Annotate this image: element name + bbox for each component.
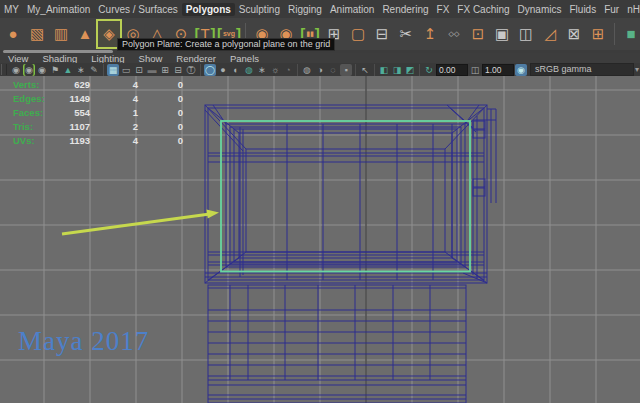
menu-item-nhair[interactable]: nHair [623, 3, 640, 16]
grease-pencil-icon[interactable]: ✎ [88, 64, 100, 76]
exposure-field[interactable]: 0.00 [436, 64, 468, 76]
viewport-panel[interactable]: Verts:62940Edges:114940Faces:55410Tris:1… [0, 76, 640, 403]
exposure-icon[interactable]: ◍ [301, 64, 313, 76]
maya-watermark: Maya 2017 [18, 326, 149, 357]
hud-value: 4 [100, 93, 138, 104]
field-chart-icon[interactable]: ⊞ [159, 64, 171, 76]
background-toggle-icon[interactable]: ▪ [340, 64, 352, 76]
menu-item-polygons[interactable]: Polygons [182, 3, 235, 16]
target-weld-icon-glyph: ▣ [495, 21, 509, 47]
poly-sphere-icon[interactable]: ● [2, 21, 24, 47]
bridge-icon[interactable]: ◫ [515, 21, 537, 47]
shadows-icon[interactable]: ◔ [282, 64, 294, 76]
resolution-gate-icon[interactable]: ⊡ [133, 64, 145, 76]
shelf-scrollbar[interactable] [3, 50, 113, 53]
hud-value: 554 [38, 107, 90, 118]
menu-item-dynamics[interactable]: Dynamics [514, 3, 566, 16]
extrude-icon[interactable]: ↥ [419, 21, 441, 47]
isolate-select-icon[interactable]: ↖ [359, 64, 371, 76]
menu-item-my-animation[interactable]: My_Animation [23, 3, 94, 16]
gamma-ring-icon[interactable]: ◌ [327, 64, 339, 76]
hud-value: 2 [100, 121, 138, 132]
select-camera-icon[interactable]: ◉ [10, 64, 22, 76]
poly-plane-icon-glyph: ◈ [103, 21, 115, 47]
menu-item-rendering[interactable]: Rendering [378, 3, 432, 16]
split-icon[interactable]: ◿ [539, 21, 561, 47]
shelf-divider [614, 23, 615, 45]
quad-draw-icon[interactable]: ◇◇ [443, 21, 465, 47]
panel-menu-panels[interactable]: Panels [230, 53, 259, 64]
lighting-icon[interactable]: ☼ [269, 64, 281, 76]
hud-value: 0 [145, 79, 183, 90]
lock-camera-icon[interactable]: ◉ [36, 64, 48, 76]
menu-item-curves-surfaces[interactable]: Curves / Surfaces [94, 3, 181, 16]
pane-layout-four-icon[interactable]: ◩ [404, 64, 416, 76]
menu-item-my[interactable]: MY [0, 3, 23, 16]
contrast-icon[interactable]: ◑ [314, 64, 326, 76]
panel-menu-lighting[interactable]: Lighting [91, 53, 124, 64]
tooltip: Polygon Plane: Create a polygonal plane … [117, 38, 335, 51]
hud-row-faces: Faces:55410 [0, 107, 200, 121]
poly-cone-icon[interactable]: ▲ [74, 21, 96, 47]
poly-cube-icon[interactable]: ▧ [26, 21, 48, 47]
hud-value: 4 [100, 79, 138, 90]
panel-menu-shading[interactable]: Shading [42, 53, 77, 64]
dropdown-arrow-icon[interactable]: ▾ [635, 65, 640, 74]
panel-menu-view[interactable]: View [8, 53, 28, 64]
fill-hole-icon[interactable]: ⊟ [371, 21, 393, 47]
shaded-mode-icon[interactable]: ● [217, 64, 229, 76]
hud-label: UVs: [13, 135, 35, 146]
toolbar-separator [419, 64, 420, 76]
hud-row-tris: Tris:110720 [0, 121, 200, 135]
textured-mode-icon[interactable]: ◐ [230, 64, 242, 76]
grid-icon[interactable]: ▦ [107, 64, 119, 76]
safe-action-icon[interactable]: ⊟ [172, 64, 184, 76]
panel-menu-show[interactable]: Show [139, 53, 163, 64]
menu-item-animation[interactable]: Animation [326, 3, 378, 16]
panel-menu-renderer[interactable]: Renderer [176, 53, 216, 64]
uv-editor-icon[interactable]: ■ [620, 21, 640, 47]
toolbar-separator [374, 64, 375, 76]
pane-layout-two-icon[interactable]: ◨ [391, 64, 403, 76]
panel-menu-bar: ViewShadingLightingShowRendererPanels [0, 53, 640, 63]
default-material-icon[interactable]: ◍ [243, 64, 255, 76]
xray-mode-icon[interactable]: ∗ [256, 64, 268, 76]
wireframe-mode-icon[interactable]: ◯ [204, 64, 216, 76]
hud-row-verts: Verts:62940 [0, 79, 200, 93]
wire-cube-icon-glyph: ▢ [351, 21, 365, 47]
refresh-icon[interactable]: ↻ [423, 64, 435, 76]
delete-edge-icon[interactable]: ⊠ [563, 21, 585, 47]
bridge-icon-glyph: ◫ [519, 21, 533, 47]
menu-item-rigging[interactable]: Rigging [284, 3, 326, 16]
merge-vertex-icon[interactable]: ⊞ [587, 21, 609, 47]
gamma-field[interactable]: 1.00 [482, 64, 514, 76]
bookmark-camera-icon[interactable]: ◉ [23, 64, 35, 76]
pane-layout-single-icon[interactable]: ◧ [378, 64, 390, 76]
toolbar-grip[interactable] [1, 64, 7, 75]
uv-editor-icon-glyph: ■ [626, 21, 635, 47]
target-weld-icon[interactable]: ▣ [491, 21, 513, 47]
color-management-icon[interactable]: ◉ [515, 64, 527, 76]
menu-item-sculpting[interactable]: Sculpting [235, 3, 284, 16]
bookmark-flag-icon[interactable]: ⚑ [49, 64, 61, 76]
menu-item-fx-caching[interactable]: FX Caching [453, 3, 513, 16]
view-transform-dropdown[interactable]: sRGB gamma [530, 63, 634, 76]
menu-item-fluids[interactable]: Fluids [565, 3, 600, 16]
poly-cylinder-icon[interactable]: ▥ [50, 21, 72, 47]
film-gate-icon[interactable]: ▭ [120, 64, 132, 76]
menu-item-fx[interactable]: FX [433, 3, 454, 16]
hud-label: Verts: [13, 79, 39, 90]
hud-value: 0 [145, 121, 183, 132]
bevel-icon[interactable]: ⊡ [467, 21, 489, 47]
safe-title-icon[interactable]: Ⓣ [185, 64, 197, 76]
menu-item-fur[interactable]: Fur [600, 3, 623, 16]
bevel-icon-glyph: ⊡ [472, 21, 485, 47]
hud-row-edges: Edges:114940 [0, 93, 200, 107]
image-plane-icon[interactable]: ▲ [62, 64, 74, 76]
exposure-toggle-icon[interactable]: ◫ [469, 64, 481, 76]
viewport-toolbar: ◉◉◉⚑▲∗✎▦▭⊡▬⊞⊟Ⓣ◯●◐◍∗☼◔◍◑◌▪↖◧◨◩↻0.00◫1.00◉… [0, 63, 640, 76]
multi-cut-icon[interactable]: ✂ [395, 21, 417, 47]
view-axis-icon[interactable]: ∗ [75, 64, 87, 76]
wire-cube-icon[interactable]: ▢ [347, 21, 369, 47]
gate-mask-icon[interactable]: ▬ [146, 64, 158, 76]
